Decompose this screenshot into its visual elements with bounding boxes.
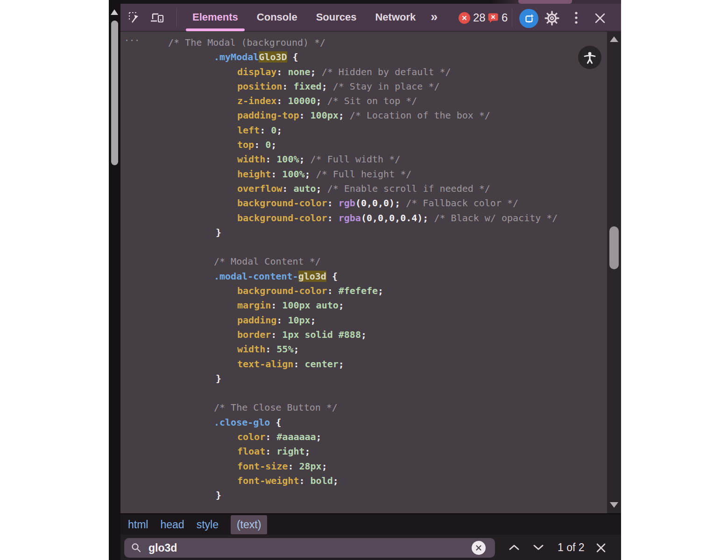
code-line: /* The Modal (background) */ xyxy=(120,35,600,50)
code-line: font-size: 28px; xyxy=(120,459,600,474)
tab-strip: ElementsConsoleSourcesNetwork» xyxy=(183,4,443,32)
scroll-up-arrow-icon[interactable] xyxy=(610,36,618,42)
code-line: color: #aaaaaa; xyxy=(120,430,600,444)
chevron-down-icon xyxy=(532,544,544,551)
ai-frame-sparkle-icon xyxy=(523,13,535,24)
tab-console[interactable]: Console xyxy=(247,4,307,32)
next-match-button[interactable] xyxy=(532,542,544,553)
previous-match-button[interactable] xyxy=(508,542,520,553)
code-line: border: 1px solid #888; xyxy=(120,328,600,342)
close-icon xyxy=(596,543,606,553)
clear-search-button[interactable] xyxy=(472,541,486,555)
device-toolbar-button[interactable] xyxy=(149,10,164,25)
error-badge[interactable]: 28 xyxy=(459,4,486,32)
code-viewer[interactable]: ... /* The Modal (background) */.myModal… xyxy=(120,32,621,513)
code-line: padding-top: 100px; /* Location of the b… xyxy=(120,108,600,123)
inspect-cursor-icon xyxy=(128,11,141,24)
toolbar-separator-2 xyxy=(512,8,512,27)
code-line: font-weight: bold; xyxy=(120,474,600,488)
search-field[interactable] xyxy=(124,538,495,558)
devtools-top-edge xyxy=(120,0,621,4)
page-scrollbar[interactable] xyxy=(109,0,120,560)
code-line: } xyxy=(120,488,600,503)
code-scrollbar[interactable] xyxy=(607,32,621,513)
code-line: .modal-content-glo3d { xyxy=(120,269,600,284)
code-line: padding: 10px; xyxy=(120,313,600,328)
more-options-button[interactable] xyxy=(572,10,581,26)
kebab-menu-icon xyxy=(574,11,578,26)
close-devtools-button[interactable] xyxy=(593,11,607,25)
breadcrumb-item-head[interactable]: head xyxy=(160,518,184,531)
chevron-up-icon xyxy=(508,544,520,551)
find-bar: 1 of 2 xyxy=(120,535,621,560)
code-line: /* The Close Button */ xyxy=(120,400,600,415)
close-icon xyxy=(594,13,606,24)
code-line: display: none; /* Hidden by default */ xyxy=(120,65,600,79)
code-line: overflow: auto; /* Enable scroll if need… xyxy=(120,182,600,196)
code-line: z-index: 10000; /* Sit on top */ xyxy=(120,94,600,108)
search-icon xyxy=(131,542,142,553)
scroll-down-arrow-icon[interactable] xyxy=(610,502,618,508)
accessibility-person-icon xyxy=(583,50,597,64)
code-line: text-align: center; xyxy=(120,357,600,371)
tab-sources[interactable]: Sources xyxy=(307,4,366,32)
code-line: background-color: #fefefe; xyxy=(120,284,600,298)
code-line: width: 55%; xyxy=(120,342,600,357)
code-line: background-color: rgb(0,0,0); /* Fallbac… xyxy=(120,196,600,210)
issues-icon xyxy=(488,12,499,23)
code-line: /* Modal Content */ xyxy=(120,254,600,269)
inspect-element-button[interactable] xyxy=(127,10,142,25)
search-input[interactable] xyxy=(148,541,495,555)
page-scrollbar-thumb[interactable] xyxy=(111,21,118,165)
toolbar-separator xyxy=(177,8,177,27)
code-line: background-color: rgba(0,0,0,0.4); /* Bl… xyxy=(120,211,600,225)
code-line: height: 100%; /* Full height */ xyxy=(120,167,600,182)
code-line: position: fixed; /* Stay in place */ xyxy=(120,79,600,94)
close-find-button[interactable] xyxy=(595,542,607,554)
code-line: top: 0; xyxy=(120,138,600,152)
devtools-toolbar: ElementsConsoleSourcesNetwork» 28 6 xyxy=(120,4,621,32)
screenshot-root: ElementsConsoleSourcesNetwork» 28 6 xyxy=(0,0,728,560)
more-tabs-button[interactable]: » xyxy=(425,4,443,32)
breadcrumb-item-text[interactable]: (text) xyxy=(231,515,267,534)
breadcrumb: htmlheadstyle(text) xyxy=(120,513,621,535)
issues-badge[interactable]: 6 xyxy=(488,4,508,32)
code-line: } xyxy=(120,225,600,240)
code-line: } xyxy=(120,371,600,386)
breadcrumb-item-html[interactable]: html xyxy=(128,518,148,531)
code-line: .myModalGlo3D { xyxy=(120,50,600,64)
code-lines: /* The Modal (background) */.myModalGlo3… xyxy=(120,35,600,503)
code-line: left: 0; xyxy=(120,123,600,138)
ai-assistance-button[interactable] xyxy=(519,9,538,28)
settings-button[interactable] xyxy=(544,10,560,27)
tab-network[interactable]: Network xyxy=(366,4,425,32)
accessibility-overlay-button[interactable] xyxy=(578,46,601,69)
clear-x-icon xyxy=(475,545,482,551)
code-scrollbar-thumb[interactable] xyxy=(609,226,619,269)
match-count: 1 of 2 xyxy=(558,535,585,560)
code-line: margin: 100px auto; xyxy=(120,298,600,313)
code-line: width: 100%; /* Full width */ xyxy=(120,152,600,167)
devtools-panel: ElementsConsoleSourcesNetwork» 28 6 xyxy=(120,0,621,560)
device-toolbar-icon xyxy=(149,11,164,24)
gear-icon xyxy=(544,10,560,26)
breadcrumb-item-style[interactable]: style xyxy=(197,518,219,531)
code-line: float: right; xyxy=(120,444,600,459)
tab-elements[interactable]: Elements xyxy=(183,4,247,32)
top-edge-highlight xyxy=(518,0,572,4)
code-line xyxy=(120,240,600,254)
issues-count: 6 xyxy=(502,11,508,24)
code-line: .close-glo { xyxy=(120,415,600,430)
scroll-up-arrow-icon[interactable] xyxy=(111,9,118,15)
code-line xyxy=(120,386,600,400)
error-icon xyxy=(459,12,470,24)
error-count: 28 xyxy=(473,11,486,24)
